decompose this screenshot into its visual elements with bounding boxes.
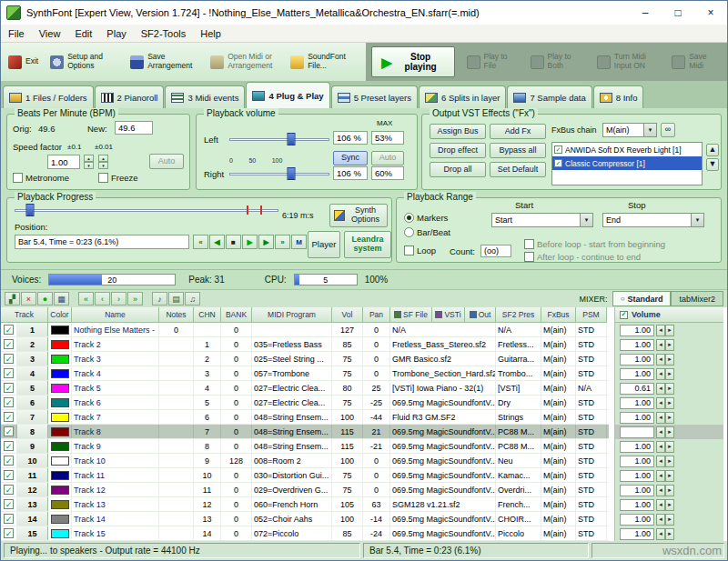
- track-number[interactable]: 14: [17, 512, 48, 526]
- freeze-checkbox[interactable]: Freeze: [98, 173, 138, 183]
- close-button[interactable]: ×: [694, 1, 727, 25]
- add-fx-button[interactable]: Add Fx: [490, 124, 546, 139]
- maximize-button[interactable]: □: [662, 1, 694, 25]
- setup-and-options-button[interactable]: Setup and Options: [46, 45, 123, 78]
- soundfont-file-button[interactable]: SoundFont File...: [286, 45, 363, 78]
- volume-decrease-icon[interactable]: ◄: [656, 441, 665, 453]
- track-volume-value[interactable]: 1.00: [620, 368, 654, 380]
- table-row[interactable]: ✓13Track 13120060=French Horn10563SGM128…: [1, 497, 609, 512]
- column-header-sf2-pres[interactable]: SF2 Pres: [496, 307, 541, 323]
- step-up-icon[interactable]: ▲: [84, 155, 94, 162]
- stop-button[interactable]: ■: [226, 235, 241, 249]
- player-button[interactable]: Player: [308, 231, 340, 258]
- volume-increase-icon[interactable]: ►: [665, 514, 674, 526]
- menu-file[interactable]: File: [1, 25, 32, 42]
- infinity-icon-button[interactable]: ∞: [661, 123, 675, 137]
- track-enabled-checkbox[interactable]: ✓: [4, 412, 14, 422]
- track-number[interactable]: 5: [17, 381, 48, 395]
- track-enabled-checkbox[interactable]: ✓: [4, 514, 14, 524]
- track-enabled-checkbox[interactable]: ✓: [4, 426, 14, 436]
- speed-factor-input[interactable]: 1.00: [47, 155, 80, 169]
- tools-icon[interactable]: ▞: [5, 292, 20, 306]
- volume-increase-icon[interactable]: ►: [665, 485, 674, 496]
- menu-edit[interactable]: Edit: [67, 25, 99, 42]
- track-number[interactable]: 11: [17, 468, 48, 482]
- speaker-icon[interactable]: ♫: [185, 292, 200, 306]
- column-header-track[interactable]: Track: [1, 307, 48, 323]
- volume-increase-icon[interactable]: ►: [665, 397, 674, 409]
- right-volume-slider[interactable]: [229, 167, 329, 180]
- track-color-swatch[interactable]: [51, 413, 69, 422]
- step-forward-button[interactable]: ▶: [258, 235, 274, 249]
- column-header-name[interactable]: Name: [72, 307, 159, 323]
- volume-decrease-icon[interactable]: ◄: [656, 528, 665, 540]
- track-volume-value[interactable]: 1.00: [620, 528, 654, 540]
- track-number[interactable]: 7: [17, 410, 48, 424]
- step-up-icon[interactable]: ▲: [98, 155, 108, 162]
- column-header-bank[interactable]: BANK: [221, 307, 252, 323]
- go-to-start-button[interactable]: «: [193, 235, 208, 249]
- column-header-out[interactable]: Out: [465, 307, 496, 323]
- table-row[interactable]: ✓2Track 210035=Fretless Bass850Fretless_…: [1, 337, 609, 352]
- fx-item[interactable]: ✓ANWIDA Soft DX Reverb Light [1]: [552, 143, 702, 156]
- fx-move-down-button[interactable]: ▼: [706, 158, 719, 171]
- track-enabled-checkbox[interactable]: ✓: [4, 325, 14, 335]
- track-volume-value[interactable]: 1.00: [620, 456, 654, 467]
- track-color-swatch[interactable]: [51, 384, 69, 393]
- speed-fine-stepper[interactable]: ▲▼: [98, 155, 108, 169]
- column-header-fxbus[interactable]: FxBus: [541, 307, 576, 323]
- sync-button[interactable]: Sync: [333, 151, 368, 165]
- track-color-swatch[interactable]: [51, 326, 69, 335]
- volume-increase-icon[interactable]: ►: [665, 426, 674, 438]
- range-stop-select[interactable]: End ▼: [602, 213, 704, 227]
- volume-decrease-icon[interactable]: ◄: [656, 514, 665, 526]
- volume-decrease-icon[interactable]: ◄: [656, 470, 665, 482]
- prev-bar-icon[interactable]: ‹: [95, 292, 110, 306]
- volume-increase-icon[interactable]: ►: [665, 325, 674, 336]
- track-color-swatch[interactable]: [51, 471, 69, 480]
- volume-increase-icon[interactable]: ►: [665, 412, 674, 424]
- markers-radio[interactable]: Markers: [404, 213, 448, 223]
- record-icon[interactable]: ●: [37, 292, 53, 306]
- track-enabled-checkbox[interactable]: ✓: [4, 368, 14, 378]
- menu-help[interactable]: Help: [193, 25, 228, 42]
- drop-effect-button[interactable]: Drop effect: [430, 143, 486, 158]
- bar-beat-radio[interactable]: Bar/Beat: [404, 227, 450, 237]
- before-loop-checkbox[interactable]: Before loop - start from beginning: [524, 239, 665, 249]
- step-back-button[interactable]: ◀: [209, 235, 225, 249]
- track-number[interactable]: 8: [17, 425, 48, 438]
- volume-increase-icon[interactable]: ►: [665, 499, 674, 511]
- track-color-swatch[interactable]: [51, 398, 69, 407]
- track-color-swatch[interactable]: [51, 442, 69, 451]
- fxbus-chain-select[interactable]: M(ain) ▼: [602, 123, 657, 137]
- column-header-psm[interactable]: PSM: [576, 307, 607, 323]
- track-volume-value[interactable]: 1.00: [620, 354, 654, 366]
- open-midi-or-arrangement-button[interactable]: Open Midi or Arrangement: [206, 45, 283, 78]
- track-color-swatch[interactable]: [51, 456, 69, 466]
- volume-decrease-icon[interactable]: ◄: [656, 412, 665, 424]
- fx-enabled-checkbox[interactable]: ✓: [554, 145, 562, 154]
- turn-midi-input-on-button[interactable]: Turn Midi Input ON: [592, 45, 662, 78]
- step-down-icon[interactable]: ▼: [98, 162, 108, 169]
- volume-column-checkbox[interactable]: ✓: [620, 311, 628, 319]
- track-enabled-checkbox[interactable]: ✓: [4, 354, 14, 364]
- tab-4-plug-play[interactable]: 4 Plug & Play: [246, 82, 329, 108]
- drop-all-button[interactable]: Drop all: [430, 162, 486, 177]
- track-volume-value[interactable]: 1.00: [620, 499, 654, 511]
- table-row[interactable]: ✓10Track 109128008=Room 21000069.5mg Mag…: [1, 454, 609, 468]
- menu-play[interactable]: Play: [99, 25, 133, 42]
- step-down-icon[interactable]: ▼: [84, 162, 94, 169]
- table-row[interactable]: ✓5Track 540027=Electric Clea...8025[VSTi…: [1, 381, 609, 396]
- table-row[interactable]: ✓12Track 12110029=Overdriven G...750069.…: [1, 483, 609, 497]
- track-volume-value[interactable]: 1.00: [620, 397, 654, 409]
- table-row[interactable]: ✓7Track 760048=String Ensem...100-44Flui…: [1, 410, 609, 425]
- track-number[interactable]: 15: [17, 526, 48, 540]
- volume-decrease-icon[interactable]: ◄: [656, 456, 665, 467]
- delete-icon[interactable]: ×: [21, 292, 36, 306]
- volume-increase-icon[interactable]: ►: [665, 354, 674, 366]
- track-number[interactable]: 1: [17, 323, 48, 336]
- tab-3-midi-events[interactable]: 3 Midi events: [165, 85, 245, 108]
- column-header-sf-file[interactable]: SF File: [390, 307, 432, 323]
- track-number[interactable]: 13: [17, 497, 48, 511]
- track-color-swatch[interactable]: [51, 427, 69, 436]
